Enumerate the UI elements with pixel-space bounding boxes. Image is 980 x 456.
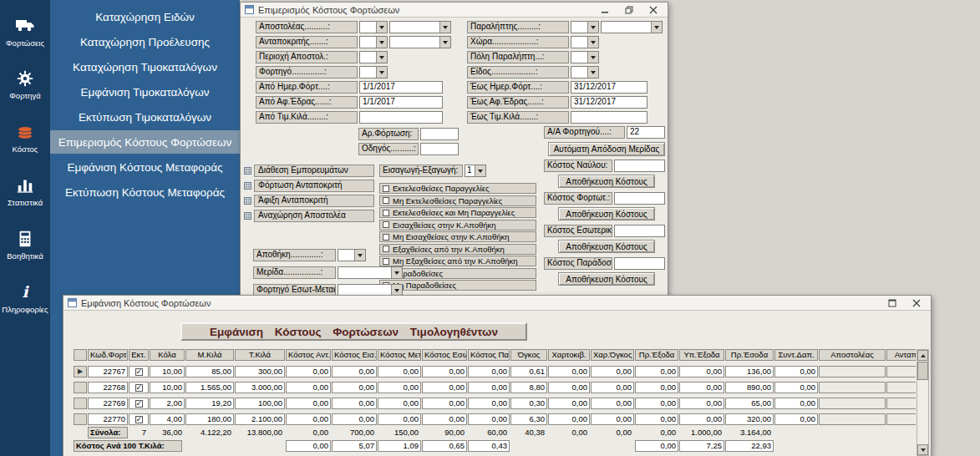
filter-checkbox-row[interactable]: Μη Εκτελεσθείσες Παραγγελίες: [379, 195, 536, 206]
sender-name-combo[interactable]: [389, 21, 451, 33]
filter-checkbox-row[interactable]: Μη Εξαχθείσες από την Κ.Αποθήκη: [379, 256, 536, 266]
cell-apostoleas[interactable]: [819, 413, 886, 425]
column-header[interactable]: Αποστολέας: [819, 349, 886, 361]
cell-antap[interactable]: [886, 366, 916, 377]
warehouse-combo[interactable]: [338, 249, 366, 261]
cell-kostos-ant[interactable]: 0,00: [286, 398, 331, 409]
ekt-checkbox[interactable]: [135, 368, 143, 376]
filter-checkbox[interactable]: [383, 234, 389, 241]
column-header[interactable]: Όγκος: [510, 349, 547, 361]
row-selector[interactable]: ▶: [74, 413, 87, 425]
filter-checkbox-row[interactable]: Εκτελεσθείσες και Μη Παραγγελίες: [379, 207, 536, 218]
menu-item[interactable]: Εμφάνιση Τιμοκαταλόγων: [50, 80, 240, 104]
scroll-thumb[interactable]: [917, 362, 928, 380]
cell-synt-dap[interactable]: 0,00: [774, 398, 818, 409]
column-header[interactable]: Κωδ.Φορτ: [88, 349, 128, 361]
cell-ekt[interactable]: [129, 366, 149, 377]
sidebar-item-utilities[interactable]: Βοηθητικά: [0, 219, 50, 271]
cell-kostos-ant[interactable]: 0,00: [286, 413, 331, 425]
filter-checkbox[interactable]: [383, 258, 389, 265]
vertical-scrollbar[interactable]: [917, 349, 929, 456]
cell-kod-fort[interactable]: 22768: [88, 382, 128, 393]
cell-kostos-par[interactable]: 0,00: [468, 366, 510, 377]
delivery-cost-input[interactable]: [614, 257, 665, 270]
allocation-window-titlebar[interactable]: Επιμερισμός Κόστους Φορτώσεων: [241, 3, 668, 18]
cell-yp-exoda[interactable]: 0,00: [679, 413, 724, 425]
cell-yp-exoda[interactable]: 0,00: [679, 366, 724, 377]
status-bar-button[interactable]: Φόρτωση Ανταποκριτή: [254, 180, 374, 192]
cell-apostoleas[interactable]: [819, 366, 886, 377]
loading-cost-input[interactable]: [614, 192, 665, 205]
restore-button[interactable]: [619, 4, 639, 16]
cell-kola[interactable]: 10,00: [150, 366, 185, 377]
cell-kostos-met[interactable]: 0,00: [378, 382, 421, 393]
sidebar-item-info[interactable]: i Πληροφορίες: [0, 272, 50, 324]
column-header[interactable]: Εκτ.: [129, 349, 149, 361]
cell-m-kila[interactable]: 85,00: [185, 366, 234, 377]
internal-cost-input[interactable]: [614, 225, 665, 237]
goods-type-combo[interactable]: [571, 66, 599, 79]
cell-m-kila[interactable]: 180,00: [185, 413, 234, 425]
filter-checkbox[interactable]: [383, 246, 389, 252]
cell-kostos-esot[interactable]: 0,00: [422, 398, 467, 409]
sender-code-combo[interactable]: [359, 21, 388, 33]
sidebar-item-loadings[interactable]: Φορτώσεις: [0, 5, 50, 57]
cell-apostoleas[interactable]: [819, 398, 886, 409]
column-header[interactable]: Μ.Κιλά: [185, 349, 234, 361]
cell-xar-ogkos[interactable]: 0,00: [591, 366, 634, 377]
filter-checkbox[interactable]: [383, 221, 389, 228]
cell-ogkos[interactable]: 0,30: [510, 398, 547, 409]
scroll-down-button[interactable]: [917, 444, 928, 455]
load-number-input[interactable]: [420, 128, 459, 140]
from-load-date-input[interactable]: 1/1/2017: [359, 81, 443, 94]
close-button[interactable]: [643, 4, 663, 16]
cell-synt-dap[interactable]: 0,00: [774, 366, 818, 377]
column-header[interactable]: Κόστος Μετ.: [378, 349, 421, 361]
cell-kostos-eis[interactable]: 0,00: [332, 366, 377, 377]
recipient-code-combo[interactable]: [571, 21, 599, 33]
from-departure-date-input[interactable]: 1/1/2017: [359, 96, 443, 109]
row-selector[interactable]: ▶: [74, 366, 87, 377]
filter-checkbox[interactable]: [383, 185, 389, 192]
column-header[interactable]: Υπ.Έξοδα: [679, 349, 724, 361]
menu-item[interactable]: Καταχώρηση Προέλευσης: [50, 30, 240, 53]
row-selector[interactable]: ▶: [74, 398, 87, 409]
column-header[interactable]: Κόστος Παρ.: [468, 349, 510, 361]
filter-checkbox[interactable]: [383, 197, 389, 204]
cell-xar-ogkos[interactable]: 0,00: [591, 382, 634, 393]
row-selector[interactable]: ▶: [74, 382, 87, 393]
menu-item[interactable]: Εμφάνιση Κόστους Μεταφοράς: [50, 155, 240, 179]
recipient-city-combo[interactable]: [571, 51, 599, 63]
recipient-name-combo[interactable]: [601, 21, 663, 33]
filter-checkbox-row[interactable]: Εκτελεσθείσες Παραγγελίες: [379, 183, 536, 194]
save-cost-button[interactable]: Αποθήκευση Κόστους: [558, 175, 655, 188]
minimize-button[interactable]: [595, 4, 615, 16]
cell-kostos-par[interactable]: 0,00: [468, 413, 510, 425]
cell-kola[interactable]: 2,00: [150, 398, 185, 409]
filter-checkbox-row[interactable]: Εξαχθείσες από την Κ.Αποθήκη: [379, 244, 536, 255]
cell-xartokib[interactable]: 0,00: [548, 366, 590, 377]
cell-antap[interactable]: [886, 413, 916, 425]
filter-checkbox-row[interactable]: Μη Παραδοθείσες: [379, 280, 536, 291]
cell-t-kila[interactable]: 2.100,00: [235, 413, 285, 425]
from-invoice-kilos-input[interactable]: [359, 111, 443, 124]
menu-item[interactable]: Καταχώρηση Ειδών: [50, 5, 240, 28]
cell-kostos-par[interactable]: 0,00: [468, 398, 510, 409]
cell-xartokib[interactable]: 0,00: [548, 413, 590, 425]
cell-m-kila[interactable]: 1.565,00: [185, 382, 234, 393]
cell-kostos-esot[interactable]: 0,00: [422, 413, 467, 425]
column-header[interactable]: Κόστος Εσωτ.: [422, 349, 467, 361]
filter-checkbox-row[interactable]: Μη Εισαχθείσες στην Κ.Αποθήκη: [379, 231, 536, 242]
menu-item[interactable]: Εκτύπωση Κόστους Μεταφοράς: [50, 180, 240, 204]
cell-kola[interactable]: 4,00: [150, 413, 185, 425]
menu-item[interactable]: Καταχώρηση Τιμοκαταλόγων: [50, 55, 240, 79]
cell-yp-exoda[interactable]: 0,00: [679, 382, 724, 393]
to-invoice-kilos-input[interactable]: [571, 111, 647, 124]
column-header[interactable]: Πρ.Έσοδα: [725, 349, 774, 361]
menu-item[interactable]: Εκτύπωση Τιμοκαταλόγων: [50, 105, 240, 129]
status-bar-button[interactable]: Άφιξη Ανταποκριτή: [254, 195, 374, 207]
status-bar-button[interactable]: Αναχώρηση Αποστολέα: [254, 210, 374, 222]
cell-pr-exoda[interactable]: 0,00: [635, 382, 678, 393]
column-header[interactable]: Συντ.Δαπ.: [774, 349, 818, 361]
column-header[interactable]: Κόστος Εισ.: [332, 349, 377, 361]
